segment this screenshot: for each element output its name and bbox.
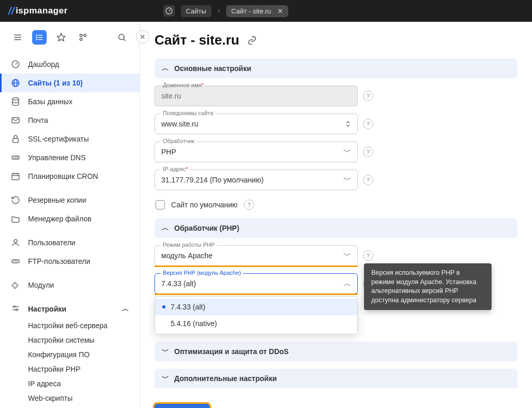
aliases-input[interactable] [155,114,358,134]
nav-list: Дашборд Сайты (1 из 10) Базы данных Почт… [0,53,139,408]
chevron-right-icon: › [218,7,220,15]
svg-point-14 [119,34,124,40]
nav-label: Модули [28,281,54,289]
nav-ssl[interactable]: SSL-сертификаты [0,130,139,148]
topbar: // ispmanager Сайты › Сайт - site.ru ✕ [0,0,532,22]
field-label-phpmode: Режим работы PHP [161,242,217,248]
nav-modules[interactable]: Модули [0,276,139,294]
nav-label: Пользователи [28,238,75,247]
nav-databases[interactable]: Базы данных [0,92,139,111]
nav-sub-system[interactable]: Настройки системы [0,333,139,347]
tooltip: Версия используемого PHP в режиме модуля… [364,263,492,310]
user-icon [10,237,21,248]
chevron-up-icon: ︿ [162,223,169,233]
section-basic[interactable]: ︿Основные настройки [155,59,517,78]
hamburger-icon[interactable] [10,30,25,45]
nav-sites[interactable]: Сайты (1 из 10) [0,74,139,92]
nav-dashboard[interactable]: Дашборд [0,55,139,74]
chevron-up-icon: ︿ [122,304,129,314]
nav-sub-webserver[interactable]: Настройки веб-сервера [0,318,139,333]
section-additional[interactable]: ﹀Дополнительные настройки [155,369,517,388]
svg-text:DNS: DNS [13,157,19,159]
php-mode-select[interactable] [155,245,358,266]
database-icon [10,96,21,107]
svg-point-8 [36,37,37,37]
section-label: Основные настройки [174,64,251,73]
gauge-icon [10,59,21,69]
list-view-icon[interactable] [32,30,47,45]
section-ddos[interactable]: ﹀Оптимизация и защита от DDoS [155,342,517,361]
default-site-checkbox[interactable] [156,200,165,209]
sliders-icon [10,304,21,314]
close-panel-button[interactable]: ✕ [136,30,149,44]
option-label: 7.4.33 (alt) [171,303,205,311]
apps-icon[interactable] [76,30,90,45]
puzzle-icon [10,280,21,290]
search-icon[interactable] [115,30,129,45]
nav-backups[interactable]: Резервные копии [0,191,139,209]
globe-icon [10,78,21,88]
save-button[interactable]: Сохранить [155,404,209,408]
lock-icon [10,134,21,144]
dropdown-option[interactable]: 7.4.33 (alt) [155,299,357,315]
svg-point-7 [36,35,37,35]
svg-point-35 [16,309,18,311]
breadcrumb-current-label: Сайт - site.ru [231,7,271,15]
field-label-domain: Доменное имя* [161,82,206,88]
svg-line-15 [123,39,125,41]
nav-label: Менеджер файлов [28,215,92,223]
app-logo: // ispmanager [8,5,68,17]
nav-sub-scripts[interactable]: Web-скрипты [0,391,139,405]
nav-dns[interactable]: DNSУправление DNS [0,148,139,167]
default-site-label: Сайт по умолчанию [171,201,237,209]
dns-icon: DNS [10,152,21,163]
svg-point-9 [36,39,37,39]
section-handler[interactable]: ︿Обработчик (PHP) [155,218,517,238]
nav-settings[interactable]: Настройки︿ [0,300,139,318]
help-icon[interactable]: ? [244,200,254,210]
updown-icon[interactable] [344,120,352,128]
php-version-select[interactable] [155,273,358,294]
svg-point-33 [13,306,15,307]
nav-users[interactable]: Пользователи [0,233,139,252]
field-label-phpversion: Версия PHP (модуль Apache) [161,270,243,276]
help-icon[interactable]: ? [363,147,373,157]
field-label-handler: Обработчик [161,138,197,144]
nav-files[interactable]: Менеджер файлов [0,209,139,228]
gauge-button[interactable] [163,5,175,17]
breadcrumb-sites[interactable]: Сайты [181,5,212,17]
link-icon[interactable] [247,36,257,45]
dot-icon [162,305,165,308]
section-label: Обработчик (PHP) [174,224,239,232]
svg-point-12 [84,34,87,37]
breadcrumb-current[interactable]: Сайт - site.ru ✕ [226,5,288,17]
star-icon[interactable] [54,30,68,45]
nav-mail[interactable]: Почта [0,111,139,130]
nav-sub-ip[interactable]: IP адреса [0,376,139,391]
help-icon[interactable]: ? [363,91,373,101]
domain-input [155,86,358,106]
php-version-dropdown: 7.4.33 (alt) 5.4.16 (native) [155,296,358,334]
nav-sub-reserved[interactable]: Зарезервированные имена [0,405,139,408]
close-tab-icon[interactable]: ✕ [277,7,283,15]
help-icon[interactable]: ? [363,250,373,261]
help-icon[interactable]: ? [363,175,373,185]
handler-select[interactable] [155,142,358,162]
option-label: 5.4.16 (native) [171,319,217,328]
app-name: ispmanager [16,6,67,16]
svg-rect-22 [13,138,19,143]
highlight-underline [155,293,358,295]
sidebar: Дашборд Сайты (1 из 10) Базы данных Почт… [0,22,140,408]
nav-sub-software[interactable]: Конфигурация ПО [0,347,139,362]
nav-cron[interactable]: Планировщик CRON [0,167,139,186]
svg-marker-10 [58,34,65,41]
help-icon[interactable]: ? [363,119,373,129]
field-label-ip: IP-адрес* [161,166,190,172]
refresh-icon [10,195,21,205]
ip-select[interactable] [155,170,358,190]
nav-sub-php[interactable]: Настройки PHP [0,362,139,376]
chevron-up-icon: ︿ [162,64,169,73]
dropdown-option[interactable]: 5.4.16 (native) [155,315,357,332]
nav-ftp[interactable]: FTPFTP-пользователи [0,252,139,271]
nav-label: FTP-пользователи [28,257,90,265]
